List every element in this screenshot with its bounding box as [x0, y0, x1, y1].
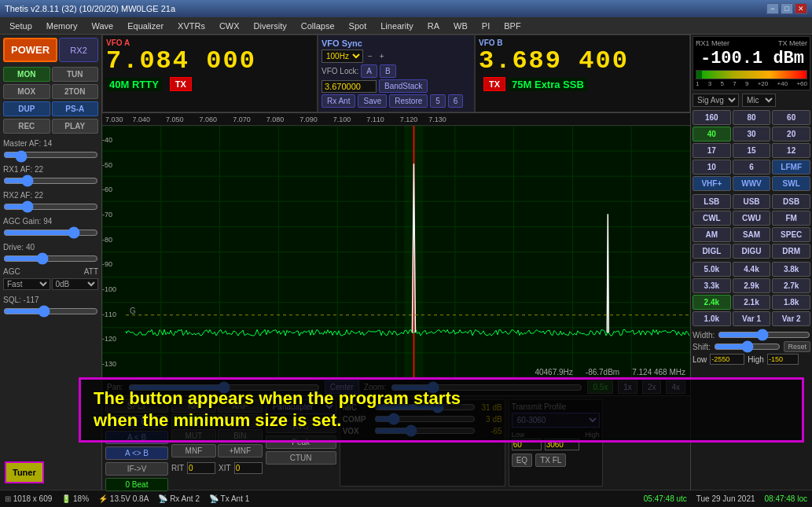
band-vhf[interactable]: VHF+: [693, 176, 731, 191]
restore-button[interactable]: Restore: [389, 94, 428, 108]
menu-cwx[interactable]: CWX: [213, 20, 246, 32]
band-wwv[interactable]: WWV: [733, 176, 771, 191]
reset-button[interactable]: Reset: [784, 341, 810, 352]
filter-2k9[interactable]: 2.9k: [733, 278, 771, 293]
vfo-lock-a[interactable]: A: [361, 64, 377, 78]
filter-3k8[interactable]: 3.8k: [772, 262, 810, 277]
save-button[interactable]: Save: [358, 94, 387, 108]
high-input[interactable]: [767, 354, 799, 365]
filter-1k8[interactable]: 1.8k: [772, 295, 810, 310]
ctun-button[interactable]: CTUN: [266, 451, 336, 465]
agc-gain-slider[interactable]: [3, 228, 98, 237]
tune-step-select[interactable]: 100Hz1kHz10kHz: [321, 50, 363, 63]
band-160[interactable]: 160: [693, 110, 731, 125]
low-input[interactable]: [710, 354, 744, 365]
if-v-button[interactable]: IF->V: [105, 462, 168, 476]
menu-diversity[interactable]: Diversity: [248, 20, 293, 32]
mox-button[interactable]: MOX: [3, 84, 50, 99]
tuner-button[interactable]: Tuner: [5, 461, 44, 483]
menu-xvtrs[interactable]: XVTRs: [171, 20, 211, 32]
mic-select[interactable]: MicLine: [742, 94, 776, 107]
vfo-a-freq[interactable]: 7.084 000: [106, 47, 314, 75]
mode-usb[interactable]: USB: [733, 194, 771, 209]
mode-fm[interactable]: FM: [772, 211, 810, 226]
freq-input[interactable]: [321, 80, 377, 93]
shift-slider[interactable]: [714, 342, 781, 351]
sql-slider[interactable]: [3, 307, 98, 316]
width-slider[interactable]: [718, 330, 810, 340]
menu-collapse[interactable]: Collapse: [295, 20, 341, 32]
page-5-button[interactable]: 5: [430, 94, 446, 108]
band-80[interactable]: 80: [733, 110, 771, 125]
band-15[interactable]: 15: [733, 143, 771, 158]
filter-var2[interactable]: Var 2: [772, 311, 810, 326]
band-lfmf[interactable]: LFMF: [772, 160, 810, 175]
tune-step-dec[interactable]: −: [366, 52, 375, 61]
vfo-lock-b[interactable]: B: [380, 64, 396, 78]
vfo-b-tx-button[interactable]: TX: [483, 77, 505, 91]
band-17[interactable]: 17: [693, 143, 731, 158]
rx-ant-button[interactable]: Rx Ant: [321, 94, 355, 108]
rx2-af-slider[interactable]: [3, 202, 98, 211]
close-button[interactable]: ✕: [795, 3, 807, 14]
agc-speed-select[interactable]: FastMedSlow: [3, 278, 50, 290]
minimize-button[interactable]: −: [766, 3, 779, 14]
xit-input[interactable]: [234, 462, 263, 474]
band-12[interactable]: 12: [772, 143, 810, 158]
mode-digl[interactable]: DIGL: [693, 244, 731, 259]
plus-mnf-button[interactable]: +MNF: [218, 444, 263, 457]
vfo-b-freq[interactable]: 3.689 400: [479, 47, 686, 75]
maximize-button[interactable]: □: [781, 3, 793, 14]
filter-3k3[interactable]: 3.3k: [693, 278, 731, 293]
sig-avg-select[interactable]: Sig AvgPeak: [693, 94, 739, 107]
band-20[interactable]: 20: [772, 127, 810, 141]
power-button[interactable]: POWER: [3, 38, 57, 62]
mode-am[interactable]: AM: [693, 227, 731, 242]
filter-var1[interactable]: Var 1: [733, 311, 771, 326]
bandstack-button[interactable]: BandStack: [379, 79, 428, 93]
mode-spec[interactable]: SPEC: [772, 227, 810, 242]
drive-slider[interactable]: [3, 254, 98, 263]
filter-5k[interactable]: 5.0k: [693, 262, 731, 277]
a-eq-b-button[interactable]: A <> B: [105, 446, 168, 460]
band-10[interactable]: 10: [693, 160, 731, 175]
menu-equalizer[interactable]: Equalizer: [121, 20, 170, 32]
menu-wb[interactable]: WB: [447, 20, 474, 32]
rit-input[interactable]: [187, 462, 215, 474]
mode-sam[interactable]: SAM: [733, 227, 771, 242]
tun-button[interactable]: TUN: [52, 67, 99, 82]
menu-setup[interactable]: Setup: [3, 20, 39, 32]
master-af-slider[interactable]: [3, 150, 98, 160]
filter-4k4[interactable]: 4.4k: [733, 262, 771, 277]
mon-button[interactable]: MON: [3, 67, 50, 82]
band-swl[interactable]: SWL: [772, 176, 810, 191]
menu-pi[interactable]: PI: [476, 20, 496, 32]
band-60[interactable]: 60: [772, 110, 810, 125]
att-select[interactable]: 0dB-10dB-20dB: [52, 278, 99, 290]
filter-2k4[interactable]: 2.4k: [693, 295, 731, 310]
mode-digu[interactable]: DIGU: [733, 244, 771, 259]
psa-button[interactable]: PS-A: [52, 101, 99, 116]
menu-wave[interactable]: Wave: [85, 20, 119, 32]
menu-spot[interactable]: Spot: [343, 20, 373, 32]
mode-drm[interactable]: DRM: [772, 244, 810, 259]
band-6[interactable]: 6: [733, 160, 771, 175]
mode-lsb[interactable]: LSB: [693, 194, 731, 209]
spectrum-display[interactable]: -40 -50 -60 -70 -80 -90 -100 -110 -120 -…: [102, 126, 690, 378]
filter-1k0[interactable]: 1.0k: [693, 311, 731, 326]
filter-2k1[interactable]: 2.1k: [733, 295, 771, 310]
mode-dsb[interactable]: DSB: [772, 194, 810, 209]
mode-cwl[interactable]: CWL: [693, 211, 731, 226]
play-button[interactable]: PLAY: [52, 119, 99, 134]
page-6-button[interactable]: 6: [448, 94, 464, 108]
menu-memory[interactable]: Memory: [40, 20, 84, 32]
filter-2k7[interactable]: 2.7k: [772, 278, 810, 293]
band-40[interactable]: 40: [693, 127, 731, 141]
rx2-button[interactable]: RX2: [59, 38, 98, 62]
mnf-button[interactable]: MNF: [171, 444, 216, 457]
dup-button[interactable]: DUP: [3, 101, 50, 116]
rx1-af-slider[interactable]: [3, 176, 98, 186]
tune-step-inc[interactable]: +: [377, 52, 387, 61]
menu-linearity[interactable]: Linearity: [374, 20, 420, 32]
mode-cwu[interactable]: CWU: [733, 211, 771, 226]
